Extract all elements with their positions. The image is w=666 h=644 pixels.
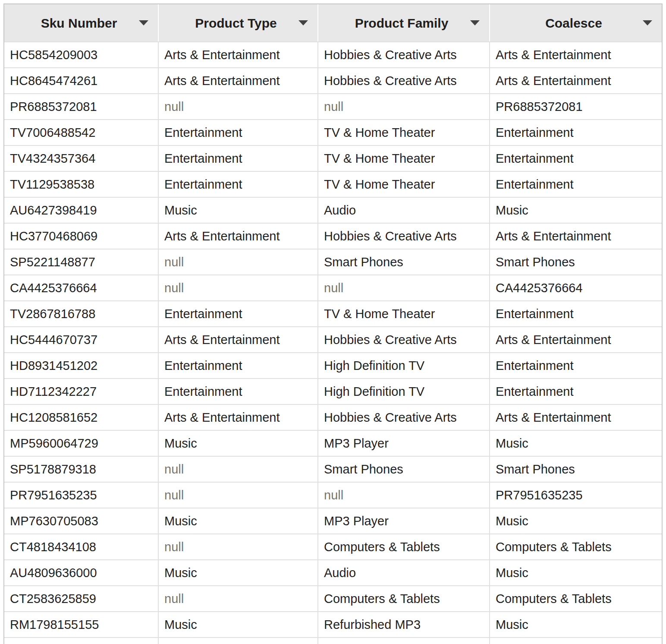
cell-product-family: Hobbies & Creative Arts [317, 41, 489, 67]
cell-product-family: TV & Home Theater [317, 145, 489, 171]
cell-product-family: Computers & Tablets [317, 534, 489, 559]
cell-sku-number: HD7112342227 [4, 378, 158, 404]
cell-coalesce: Arts & Entertainment [489, 326, 662, 352]
cell-product-type: null [158, 585, 317, 611]
cell-product-type [158, 637, 317, 644]
cell-product-type: Entertainment [158, 378, 317, 404]
table-row: HC5444670737Arts & EntertainmentHobbies … [4, 326, 662, 352]
column-header-label: Product Family [355, 16, 453, 31]
cell-sku-number: HC8645474261 [4, 67, 158, 93]
cell-product-family: null [317, 275, 489, 300]
table-row: SP5178879318nullSmart PhonesSmart Phones [4, 456, 662, 482]
table-row: CT2583625859nullComputers & TabletsCompu… [4, 585, 662, 611]
cell-coalesce: Music [489, 508, 662, 534]
cell-sku-number: HC1208581652 [4, 404, 158, 430]
cell-sku-number: RM1798155155 [4, 611, 158, 637]
cell-sku-number: PR7951635235 [4, 482, 158, 508]
cell-sku-number: TV4324357364 [4, 145, 158, 171]
cell-product-family: High Definition TV [317, 378, 489, 404]
cell-sku-number: SP5178879318 [4, 456, 158, 482]
cell-product-type: null [158, 249, 317, 275]
table-row: HC5854209003Arts & EntertainmentHobbies … [4, 41, 662, 67]
cell-sku-number: CT4818434108 [4, 534, 158, 559]
cell-product-type: null [158, 93, 317, 119]
column-header-product-type[interactable]: Product Type [158, 4, 317, 41]
cell-coalesce: PR6885372081 [489, 93, 662, 119]
dropdown-arrow-icon[interactable] [139, 20, 148, 25]
cell-product-family: MP3 Player [317, 508, 489, 534]
cell-product-family [317, 637, 489, 644]
cell-coalesce: Arts & Entertainment [489, 404, 662, 430]
data-table: Sku Number Product Type Product Family C… [4, 4, 662, 644]
cell-product-family: null [317, 93, 489, 119]
cell-product-type: Entertainment [158, 119, 317, 145]
cell-sku-number: HC3770468069 [4, 223, 158, 249]
table-row: TV2867816788EntertainmentTV & Home Theat… [4, 300, 662, 326]
cell-product-type: null [158, 534, 317, 559]
cell-coalesce: Music [489, 611, 662, 637]
cell-coalesce: Music [489, 430, 662, 456]
column-header-label: Product Type [195, 16, 281, 31]
dropdown-arrow-icon[interactable] [298, 20, 308, 25]
cell-product-family: TV & Home Theater [317, 119, 489, 145]
cell-coalesce: Entertainment [489, 145, 662, 171]
cell-sku-number: HC5444670737 [4, 326, 158, 352]
cell-sku-number: SP5221148877 [4, 249, 158, 275]
dropdown-arrow-icon[interactable] [643, 20, 652, 25]
cell-product-family: Hobbies & Creative Arts [317, 223, 489, 249]
dropdown-arrow-icon[interactable] [470, 20, 480, 25]
cell-product-type: Entertainment [158, 352, 317, 378]
table-row: TV7006488542EntertainmentTV & Home Theat… [4, 119, 662, 145]
cell-coalesce: PR7951635235 [489, 482, 662, 508]
cell-coalesce [489, 637, 662, 644]
cell-coalesce: Entertainment [489, 119, 662, 145]
cell-sku-number: TV2867816788 [4, 300, 158, 326]
table-row: HC1208581652Arts & EntertainmentHobbies … [4, 404, 662, 430]
cell-coalesce: CA4425376664 [489, 275, 662, 300]
cell-coalesce: Entertainment [489, 300, 662, 326]
column-header-coalesce[interactable]: Coalesce [489, 4, 662, 41]
table-row: RM1798155155MusicRefurbished MP3Music [4, 611, 662, 637]
column-header-product-family[interactable]: Product Family [317, 4, 489, 41]
cell-product-type: Music [158, 611, 317, 637]
cell-coalesce: Computers & Tablets [489, 534, 662, 559]
cell-sku-number: TV1129538538 [4, 171, 158, 197]
table-row: HC8645474261Arts & EntertainmentHobbies … [4, 67, 662, 93]
table-row: SP5221148877nullSmart PhonesSmart Phones [4, 249, 662, 275]
cell-sku-number: MP7630705083 [4, 508, 158, 534]
cell-product-type: Music [158, 508, 317, 534]
cell-product-type: Arts & Entertainment [158, 223, 317, 249]
cell-sku-number: HC5854209003 [4, 41, 158, 67]
cell-product-type: Arts & Entertainment [158, 41, 317, 67]
cell-coalesce: Music [489, 197, 662, 223]
table-row: PR6885372081nullnullPR6885372081 [4, 93, 662, 119]
table-row: CA4425376664nullnullCA4425376664 [4, 275, 662, 300]
cell-sku-number: MP5960064729 [4, 430, 158, 456]
cell-product-family: MP3 Player [317, 430, 489, 456]
cell-sku-number: AU6427398419 [4, 197, 158, 223]
table-row: HD8931451202EntertainmentHigh Definition… [4, 352, 662, 378]
column-header-sku-number[interactable]: Sku Number [4, 4, 158, 41]
cell-product-type: Entertainment [158, 300, 317, 326]
data-table-container: Sku Number Product Type Product Family C… [3, 3, 663, 644]
cell-product-family: Hobbies & Creative Arts [317, 326, 489, 352]
cell-product-type: Arts & Entertainment [158, 404, 317, 430]
column-header-label: Coalesce [545, 16, 606, 31]
cell-product-type: Arts & Entertainment [158, 67, 317, 93]
table-row: HC3770468069Arts & EntertainmentHobbies … [4, 223, 662, 249]
column-header-label: Sku Number [41, 16, 122, 31]
cell-coalesce: Entertainment [489, 352, 662, 378]
cell-product-family: Refurbished MP3 [317, 611, 489, 637]
cell-product-family: Smart Phones [317, 456, 489, 482]
table-row: TV1129538538EntertainmentTV & Home Theat… [4, 171, 662, 197]
table-body: HC5854209003Arts & EntertainmentHobbies … [4, 41, 662, 644]
table-header-row: Sku Number Product Type Product Family C… [4, 4, 662, 41]
cell-product-family: TV & Home Theater [317, 171, 489, 197]
table-row: AU4809636000MusicAudioMusic [4, 559, 662, 585]
cell-coalesce: Music [489, 559, 662, 585]
cell-product-family: Hobbies & Creative Arts [317, 67, 489, 93]
cell-product-family: Hobbies & Creative Arts [317, 404, 489, 430]
cell-sku-number: TV7006488542 [4, 119, 158, 145]
cell-product-type: Music [158, 197, 317, 223]
table-header: Sku Number Product Type Product Family C… [4, 4, 662, 41]
